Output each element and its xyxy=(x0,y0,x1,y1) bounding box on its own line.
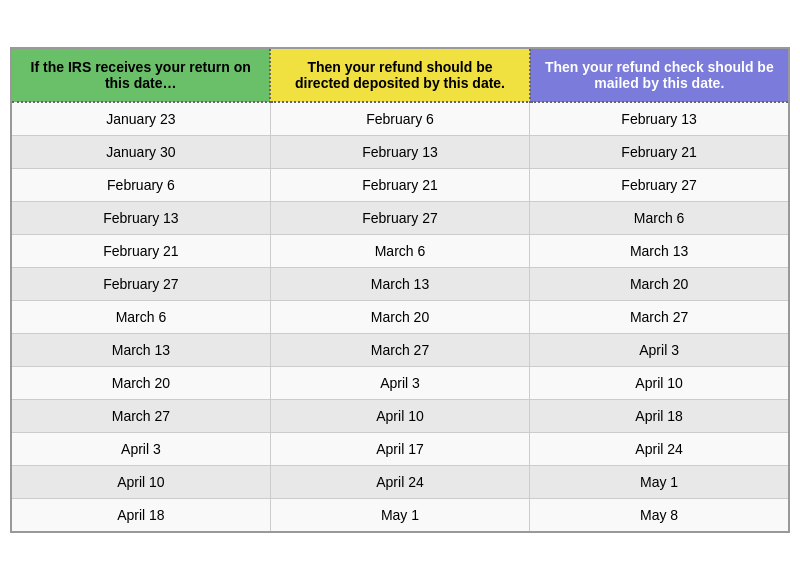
header-row: If the IRS receives your return on this … xyxy=(11,48,789,102)
cell-row3-col0: February 13 xyxy=(11,202,270,235)
cell-row6-col1: March 20 xyxy=(270,301,529,334)
cell-row12-col1: May 1 xyxy=(270,499,529,533)
cell-row2-col1: February 21 xyxy=(270,169,529,202)
table-row: February 13February 27March 6 xyxy=(11,202,789,235)
table-row: April 3April 17April 24 xyxy=(11,433,789,466)
cell-row8-col1: April 3 xyxy=(270,367,529,400)
cell-row1-col2: February 21 xyxy=(530,136,789,169)
header-col1: If the IRS receives your return on this … xyxy=(11,48,270,102)
table-row: February 27March 13March 20 xyxy=(11,268,789,301)
table-row: February 6February 21February 27 xyxy=(11,169,789,202)
cell-row6-col2: March 27 xyxy=(530,301,789,334)
cell-row7-col2: April 3 xyxy=(530,334,789,367)
cell-row4-col2: March 13 xyxy=(530,235,789,268)
table-row: January 23February 6February 13 xyxy=(11,102,789,136)
cell-row9-col1: April 10 xyxy=(270,400,529,433)
table-row: March 20April 3April 10 xyxy=(11,367,789,400)
cell-row8-col2: April 10 xyxy=(530,367,789,400)
table-row: April 18May 1May 8 xyxy=(11,499,789,533)
cell-row7-col1: March 27 xyxy=(270,334,529,367)
cell-row0-col2: February 13 xyxy=(530,102,789,136)
cell-row9-col2: April 18 xyxy=(530,400,789,433)
cell-row0-col0: January 23 xyxy=(11,102,270,136)
cell-row1-col1: February 13 xyxy=(270,136,529,169)
table-row: March 6March 20March 27 xyxy=(11,301,789,334)
cell-row5-col0: February 27 xyxy=(11,268,270,301)
cell-row10-col0: April 3 xyxy=(11,433,270,466)
cell-row1-col0: January 30 xyxy=(11,136,270,169)
cell-row6-col0: March 6 xyxy=(11,301,270,334)
cell-row10-col2: April 24 xyxy=(530,433,789,466)
cell-row11-col1: April 24 xyxy=(270,466,529,499)
cell-row3-col2: March 6 xyxy=(530,202,789,235)
header-col2: Then your refund should be directed depo… xyxy=(270,48,529,102)
cell-row8-col0: March 20 xyxy=(11,367,270,400)
table-row: March 13March 27April 3 xyxy=(11,334,789,367)
refund-schedule-table: If the IRS receives your return on this … xyxy=(10,47,790,533)
cell-row4-col0: February 21 xyxy=(11,235,270,268)
header-col3: Then your refund check should be mailed … xyxy=(530,48,789,102)
cell-row12-col0: April 18 xyxy=(11,499,270,533)
cell-row4-col1: March 6 xyxy=(270,235,529,268)
table-wrapper: If the IRS receives your return on this … xyxy=(10,47,790,533)
cell-row3-col1: February 27 xyxy=(270,202,529,235)
cell-row0-col1: February 6 xyxy=(270,102,529,136)
cell-row11-col2: May 1 xyxy=(530,466,789,499)
table-row: March 27April 10April 18 xyxy=(11,400,789,433)
cell-row7-col0: March 13 xyxy=(11,334,270,367)
cell-row10-col1: April 17 xyxy=(270,433,529,466)
cell-row2-col0: February 6 xyxy=(11,169,270,202)
cell-row11-col0: April 10 xyxy=(11,466,270,499)
table-row: January 30February 13February 21 xyxy=(11,136,789,169)
cell-row5-col1: March 13 xyxy=(270,268,529,301)
cell-row12-col2: May 8 xyxy=(530,499,789,533)
table-body: January 23February 6February 13January 3… xyxy=(11,102,789,532)
table-row: February 21March 6March 13 xyxy=(11,235,789,268)
cell-row2-col2: February 27 xyxy=(530,169,789,202)
cell-row5-col2: March 20 xyxy=(530,268,789,301)
table-row: April 10April 24May 1 xyxy=(11,466,789,499)
cell-row9-col0: March 27 xyxy=(11,400,270,433)
